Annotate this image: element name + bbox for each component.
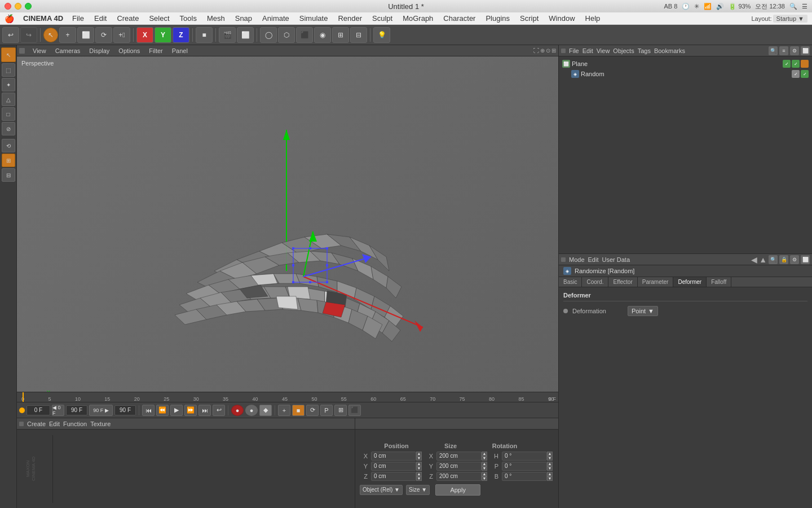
grid-record-btn[interactable]: ⊞ bbox=[334, 405, 347, 416]
select-tool[interactable]: ↖ bbox=[43, 28, 58, 42]
pos-record-btn[interactable]: P bbox=[320, 405, 333, 416]
timeline-ruler[interactable]: 0 5 10 15 20 25 30 35 40 45 50 55 60 65 … bbox=[17, 392, 558, 402]
plane-orange-tag[interactable] bbox=[801, 60, 809, 68]
sx-field[interactable]: 200 cm bbox=[436, 452, 482, 461]
menu-window[interactable]: Window bbox=[544, 13, 579, 24]
material-menu-function[interactable]: Function bbox=[63, 421, 87, 427]
objects-menu-view[interactable]: View bbox=[597, 47, 610, 54]
object-mode-btn[interactable]: ■ bbox=[196, 27, 213, 43]
render-view-btn[interactable]: ⬜ bbox=[237, 27, 254, 43]
apple-menu[interactable]: 🍎 bbox=[5, 14, 14, 23]
menu-help[interactable]: Help bbox=[581, 13, 605, 24]
transform-tool[interactable]: +⃣ bbox=[113, 27, 130, 43]
menu-snap[interactable]: Snap bbox=[231, 13, 257, 24]
attr-forward-icon[interactable]: ▲ bbox=[759, 255, 767, 264]
viewport-canvas[interactable]: Perspective bbox=[17, 56, 558, 392]
search-objects-icon[interactable]: 🔍 bbox=[769, 46, 778, 55]
menu-tools[interactable]: Tools bbox=[175, 13, 201, 24]
menu-select[interactable]: Select bbox=[144, 13, 174, 24]
sz-up[interactable]: ▲ bbox=[482, 472, 487, 476]
undo-button[interactable]: ↩ bbox=[2, 27, 19, 43]
attr-settings-icon[interactable]: ⚙ bbox=[790, 255, 799, 264]
viewport-menu-options[interactable]: Options bbox=[115, 47, 143, 54]
layout-dropdown[interactable]: Startup ▼ bbox=[773, 15, 807, 23]
sx-down[interactable]: ▼ bbox=[482, 456, 487, 461]
object-row-plane[interactable]: ⬜ Plane ✓ ✓ bbox=[560, 59, 811, 69]
plane-check-tag[interactable]: ✓ bbox=[792, 60, 800, 68]
search-icon[interactable]: 🔍 bbox=[789, 3, 797, 10]
pz-down[interactable]: ▼ bbox=[416, 476, 422, 481]
px-up[interactable]: ▲ bbox=[416, 452, 422, 456]
rz-up[interactable]: ▲ bbox=[547, 472, 553, 476]
viewport-icon-1[interactable]: ⛶ bbox=[533, 47, 539, 54]
attr-tab-deformer[interactable]: Deformer bbox=[673, 277, 707, 287]
attr-maximize-icon[interactable]: ⬜ bbox=[801, 255, 810, 264]
timeline-options-btn[interactable]: ⟳ bbox=[306, 405, 319, 416]
model-btn[interactable]: ◯ bbox=[260, 27, 277, 43]
key-all-btn[interactable]: ■ bbox=[292, 405, 304, 416]
py-down[interactable]: ▼ bbox=[416, 466, 422, 471]
rx-up[interactable]: ▲ bbox=[547, 452, 553, 456]
menu-simulate[interactable]: Simulate bbox=[295, 13, 333, 24]
viewport-icon-2[interactable]: ⊕ bbox=[540, 47, 545, 54]
redo-button[interactable]: ↪ bbox=[20, 27, 37, 43]
z-axis-btn[interactable]: Z bbox=[173, 27, 189, 43]
prev-frame-btn[interactable]: ◀ 0 F bbox=[52, 405, 64, 416]
rz-down[interactable]: ▼ bbox=[547, 476, 553, 481]
sy-up[interactable]: ▲ bbox=[482, 462, 487, 466]
app-name[interactable]: CINEMA 4D bbox=[20, 13, 67, 24]
random-vis-tag[interactable]: ✓ bbox=[792, 70, 800, 78]
settings-objects-icon[interactable]: ⚙ bbox=[790, 46, 799, 55]
scale-tool[interactable]: ⬜ bbox=[77, 27, 94, 43]
tool-btn-6[interactable]: ⊘ bbox=[2, 122, 15, 135]
object-row-random[interactable]: ◈ Random ✓ ✓ bbox=[560, 69, 811, 79]
attr-tab-basic[interactable]: Basic bbox=[559, 277, 582, 287]
tool-btn-1[interactable]: ↖ bbox=[1, 47, 16, 62]
tool-btn-9[interactable]: ⊟ bbox=[2, 168, 15, 182]
auto-record-btn[interactable]: ● bbox=[245, 405, 258, 416]
viewport-icon-4[interactable]: ⊞ bbox=[551, 47, 556, 54]
material-menu-create[interactable]: Create bbox=[27, 421, 46, 427]
attr-tab-coord[interactable]: Coord. bbox=[582, 277, 608, 287]
prev-keyframe-btn[interactable]: ⏪ bbox=[156, 405, 169, 416]
menu-animate[interactable]: Animate bbox=[258, 13, 294, 24]
random-check-tag[interactable]: ✓ bbox=[801, 70, 809, 78]
traffic-lights[interactable] bbox=[5, 3, 32, 10]
tool-btn-5[interactable]: □ bbox=[2, 107, 15, 121]
menu-character[interactable]: Character bbox=[439, 13, 480, 24]
tool-btn-8[interactable]: ⊞ bbox=[2, 154, 15, 167]
object-rel-dropdown[interactable]: Object (Rel) ▼ bbox=[360, 485, 403, 495]
rotate-tool[interactable]: ⟳ bbox=[95, 27, 112, 43]
py-field[interactable]: 0 cm bbox=[371, 462, 416, 471]
light-btn[interactable]: 💡 bbox=[373, 27, 390, 43]
record-button[interactable]: ● bbox=[231, 405, 244, 416]
tool-btn-3[interactable]: ✦ bbox=[2, 78, 15, 91]
current-frame-field[interactable]: 0 F bbox=[27, 405, 50, 415]
ry-down[interactable]: ▼ bbox=[547, 466, 553, 471]
texture-btn[interactable]: ◉ bbox=[314, 27, 331, 43]
filter-objects-icon[interactable]: ≡ bbox=[779, 46, 788, 55]
attr-menu-mode[interactable]: Mode bbox=[569, 256, 585, 263]
loop-btn[interactable]: ↩ bbox=[213, 405, 225, 416]
menu-edit[interactable]: Edit bbox=[90, 13, 111, 24]
paint-btn[interactable]: ⬛ bbox=[296, 27, 313, 43]
next-keyframe-btn[interactable]: ⏩ bbox=[184, 405, 197, 416]
play-btn[interactable]: ▶ bbox=[170, 405, 183, 416]
menu-script[interactable]: Script bbox=[515, 13, 543, 24]
viewport-icon-3[interactable]: ⊙ bbox=[546, 47, 550, 54]
pz-field[interactable]: 0 cm bbox=[371, 472, 416, 481]
size-dropdown[interactable]: Size ▼ bbox=[406, 485, 430, 495]
plane-vis-tag[interactable]: ✓ bbox=[783, 60, 791, 68]
viewport-menu-panel[interactable]: Panel bbox=[169, 47, 191, 54]
viewport-menu-filter[interactable]: Filter bbox=[145, 47, 166, 54]
attr-search-icon[interactable]: 🔍 bbox=[769, 255, 778, 264]
objects-menu-edit[interactable]: Edit bbox=[582, 47, 593, 54]
grid-btn[interactable]: ⊞ bbox=[332, 27, 349, 43]
attr-back-icon[interactable]: ◀ bbox=[751, 255, 757, 264]
attr-tab-parameter[interactable]: Parameter bbox=[638, 277, 674, 287]
viewport-menu-display[interactable]: Display bbox=[86, 47, 113, 54]
menu-plugins[interactable]: Plugins bbox=[481, 13, 514, 24]
bulge-btn[interactable]: ⊟ bbox=[350, 27, 367, 43]
goto-start-btn[interactable]: ⏮ bbox=[142, 405, 155, 416]
menu-create[interactable]: Create bbox=[112, 13, 143, 24]
